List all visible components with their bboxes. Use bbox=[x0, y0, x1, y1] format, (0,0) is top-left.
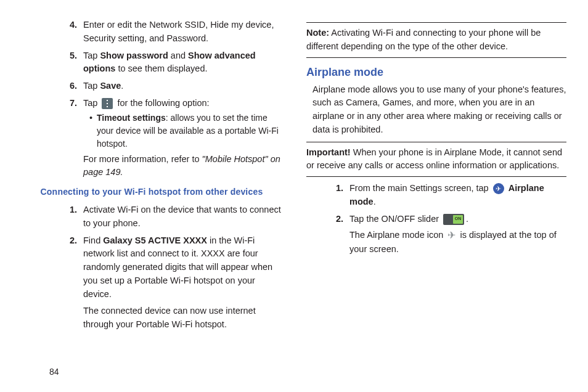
list-item: 7. Tap for the following option: • Timeo… bbox=[65, 97, 282, 179]
paragraph: Airplane mode allows you to use many of … bbox=[312, 83, 566, 137]
text: . bbox=[374, 197, 376, 206]
menu-icon bbox=[102, 98, 113, 109]
bullet-dot: • bbox=[89, 112, 97, 150]
text: For more information, refer to bbox=[83, 154, 202, 164]
item-number: 2. bbox=[331, 213, 349, 257]
paragraph: The connected device can now use interne… bbox=[83, 304, 282, 332]
list-item: 1. From the main Settings screen, tap ✈ … bbox=[331, 182, 566, 209]
list-item: 1. Activate Wi-Fi on the device that wan… bbox=[65, 203, 282, 231]
note-text: Activating Wi-Fi and connecting to your … bbox=[306, 28, 541, 51]
text: The Airplane mode icon bbox=[349, 230, 446, 240]
item-number: 1. bbox=[331, 182, 349, 209]
text: for the following option: bbox=[115, 98, 209, 108]
bold-text: Galaxy S5 ACTIVE XXXX bbox=[103, 235, 207, 245]
text: Find bbox=[83, 235, 103, 245]
paragraph: The Airplane mode icon ✈ is displayed at… bbox=[349, 228, 566, 256]
page-number: 84 bbox=[49, 367, 59, 377]
more-info: For more information, refer to "Mobile H… bbox=[83, 153, 282, 180]
text: to see them displayed. bbox=[115, 63, 207, 73]
list-item: 2. Tap the ON/OFF slider . The Airplane … bbox=[331, 213, 566, 257]
text: From the main Settings screen, tap bbox=[349, 183, 491, 193]
text: Tap bbox=[83, 51, 100, 60]
note-block: Note: Activating Wi-Fi and connecting to… bbox=[306, 27, 566, 54]
item-text: Find Galaxy S5 ACTIVE XXXX in the Wi-Fi … bbox=[83, 234, 282, 332]
page-columns: 4. Enter or edit the Network SSID, Hide … bbox=[22, 18, 566, 335]
divider bbox=[306, 22, 566, 23]
text: . bbox=[466, 214, 468, 224]
airplane-circle-icon: ✈ bbox=[493, 183, 504, 194]
item-text: Tap the ON/OFF slider . The Airplane mod… bbox=[349, 213, 566, 257]
item-text: Enter or edit the Network SSID, Hide my … bbox=[83, 18, 282, 46]
text: Tap bbox=[83, 98, 100, 108]
item-number: 6. bbox=[65, 80, 83, 93]
bold-text: Save bbox=[100, 81, 121, 91]
list-item: 6. Tap Save. bbox=[65, 80, 282, 93]
list-item: 2. Find Galaxy S5 ACTIVE XXXX in the Wi-… bbox=[65, 234, 282, 332]
bullet-text: Timeout settings: allows you to set the … bbox=[97, 112, 282, 150]
toggle-on-icon bbox=[443, 214, 464, 225]
item-text: Activate Wi-Fi on the device that wants … bbox=[83, 203, 282, 231]
item-number: 5. bbox=[65, 49, 83, 76]
bullet-item: • Timeout settings: allows you to set th… bbox=[83, 112, 282, 150]
important-block: Important! When your phone is in Airplan… bbox=[306, 146, 566, 173]
divider bbox=[306, 142, 566, 142]
bold-text: Timeout settings bbox=[97, 113, 166, 123]
subheading: Connecting to your Wi-Fi hotspot from ot… bbox=[22, 186, 282, 198]
airplane-gray-icon: ✈ bbox=[447, 228, 455, 243]
section-heading: Airplane mode bbox=[306, 64, 566, 81]
right-column: Note: Activating Wi-Fi and connecting to… bbox=[306, 18, 566, 335]
item-number: 7. bbox=[65, 97, 83, 179]
item-text: From the main Settings screen, tap ✈ Air… bbox=[349, 182, 566, 209]
item-number: 2. bbox=[65, 234, 83, 332]
list-item: 4. Enter or edit the Network SSID, Hide … bbox=[65, 18, 282, 46]
divider bbox=[306, 57, 566, 58]
text: . bbox=[121, 81, 123, 91]
item-text: Tap for the following option: • Timeout … bbox=[83, 97, 282, 179]
left-column: 4. Enter or edit the Network SSID, Hide … bbox=[22, 18, 282, 335]
item-number: 1. bbox=[65, 203, 83, 231]
important-label: Important! bbox=[306, 147, 351, 157]
text: Tap the ON/OFF slider bbox=[349, 214, 441, 224]
text: Tap bbox=[83, 81, 100, 91]
bold-text: Show password bbox=[100, 51, 168, 60]
item-text: Tap Show password and Show advanced opti… bbox=[83, 49, 282, 76]
item-text: Tap Save. bbox=[83, 80, 282, 93]
divider bbox=[306, 176, 566, 177]
list-item: 5. Tap Show password and Show advanced o… bbox=[65, 49, 282, 76]
text: and bbox=[168, 51, 188, 60]
item-number: 4. bbox=[65, 18, 83, 46]
note-label: Note: bbox=[306, 28, 329, 38]
